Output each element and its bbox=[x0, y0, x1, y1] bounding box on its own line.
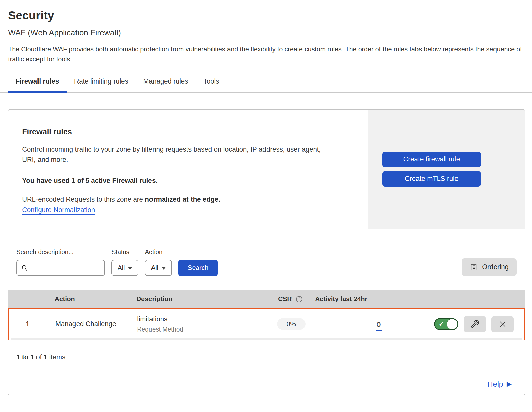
tab-managed-rules[interactable]: Managed rules bbox=[136, 75, 196, 93]
rule-description: limitations bbox=[137, 315, 267, 323]
action-filter-group: Action All bbox=[145, 248, 172, 276]
page-header: Security WAF (Web Application Firewall) … bbox=[0, 0, 532, 64]
rule-action: Managed Challenge bbox=[47, 320, 130, 328]
tab-tools[interactable]: Tools bbox=[196, 75, 227, 93]
close-icon bbox=[498, 320, 507, 328]
search-button[interactable]: Search bbox=[178, 260, 218, 276]
search-description-label: Search description... bbox=[16, 248, 105, 256]
column-header-description: Description bbox=[129, 295, 266, 303]
usage-summary: You have used 1 of 5 active Firewall rul… bbox=[22, 177, 354, 185]
action-select[interactable]: All bbox=[145, 260, 172, 276]
firewall-rules-card: Firewall rules Control incoming traffic … bbox=[8, 109, 525, 395]
info-icon[interactable] bbox=[295, 295, 303, 303]
status-label: Status bbox=[111, 248, 138, 256]
pagination-summary: 1 to 1 of 1 items bbox=[8, 340, 525, 374]
help-row: Help ▶ bbox=[8, 374, 525, 395]
normalization-note-bold: normalized at the edge. bbox=[145, 196, 220, 203]
rule-activity-cell: 0 bbox=[316, 317, 414, 331]
pagination-total: 1 bbox=[44, 353, 47, 361]
normalization-note: URL-encoded Requests to this zone are no… bbox=[22, 196, 354, 203]
tab-firewall-rules[interactable]: Firewall rules bbox=[8, 75, 67, 93]
create-mtls-rule-button[interactable]: Create mTLS rule bbox=[382, 171, 481, 187]
rule-controls: ✓ bbox=[414, 316, 524, 332]
csr-badge: 0% bbox=[277, 318, 306, 330]
toggle-knob bbox=[447, 319, 457, 329]
normalization-note-text: URL-encoded Requests to this zone are bbox=[22, 196, 145, 203]
ordering-list-icon bbox=[470, 263, 478, 271]
chevron-down-icon bbox=[128, 267, 132, 270]
column-header-action: Action bbox=[46, 295, 129, 303]
search-input-box[interactable] bbox=[16, 260, 105, 276]
column-header-activity: Activity last 24hr bbox=[315, 295, 413, 303]
rule-csr-cell: 0% bbox=[267, 318, 316, 330]
page-title: Security bbox=[8, 9, 524, 22]
pagination-items: items bbox=[47, 353, 65, 361]
rule-priority: 1 bbox=[9, 320, 47, 328]
check-icon: ✓ bbox=[439, 320, 444, 328]
column-header-csr: CSR bbox=[266, 295, 315, 303]
create-firewall-rule-button[interactable]: Create firewall rule bbox=[382, 152, 481, 167]
activity-sparkline bbox=[316, 329, 367, 329]
waf-tab-bar: Firewall rules Rate limiting rules Manag… bbox=[0, 75, 532, 93]
delete-rule-button[interactable] bbox=[491, 316, 514, 332]
search-input[interactable] bbox=[32, 264, 113, 271]
configure-normalization-link[interactable]: Configure Normalization bbox=[22, 206, 95, 214]
rules-filter-bar: Search description... Status All Action bbox=[8, 229, 525, 290]
rules-table-header: Action Description CSR Activity last 24h… bbox=[8, 290, 525, 308]
page-subtitle: WAF (Web Application Firewall) bbox=[8, 28, 524, 37]
pagination-of: of bbox=[34, 353, 44, 361]
status-select-value: All bbox=[118, 264, 125, 272]
edit-rule-button[interactable] bbox=[464, 316, 486, 332]
ordering-button[interactable]: Ordering bbox=[462, 258, 517, 276]
status-filter-group: Status All bbox=[111, 248, 138, 276]
create-rule-panel: Create firewall rule Create mTLS rule bbox=[368, 110, 525, 229]
chevron-down-icon bbox=[161, 267, 166, 270]
table-horizontal-scrollbar[interactable] bbox=[11, 338, 522, 340]
pagination-range: 1 to 1 bbox=[16, 353, 34, 361]
intro-body: Control incoming traffic to your zone by… bbox=[22, 144, 332, 166]
arrow-right-icon: ▶ bbox=[507, 380, 512, 388]
table-row[interactable]: 1 Managed Challenge limitations Request … bbox=[8, 308, 525, 340]
help-link-label: Help bbox=[487, 380, 503, 388]
action-select-value: All bbox=[151, 264, 158, 272]
help-link[interactable]: Help ▶ bbox=[487, 380, 512, 388]
search-filter-group: Search description... bbox=[16, 248, 105, 276]
action-label: Action bbox=[145, 248, 172, 256]
intro-text-block: Firewall rules Control incoming traffic … bbox=[8, 110, 368, 229]
ordering-button-label: Ordering bbox=[482, 263, 509, 271]
status-select[interactable]: All bbox=[111, 260, 138, 276]
rule-description-cell: limitations Request Method bbox=[130, 315, 267, 333]
intro-heading: Firewall rules bbox=[22, 127, 354, 136]
column-header-csr-label: CSR bbox=[278, 295, 292, 303]
search-icon bbox=[21, 264, 28, 272]
rule-enabled-toggle[interactable]: ✓ bbox=[434, 318, 458, 330]
firewall-rules-intro-section: Firewall rules Control incoming traffic … bbox=[8, 110, 525, 229]
page-description: The Cloudflare WAF provides both automat… bbox=[8, 44, 524, 64]
wrench-icon bbox=[470, 320, 479, 329]
rule-expression: Request Method bbox=[137, 326, 267, 333]
activity-count-link[interactable]: 0 bbox=[376, 321, 382, 331]
tab-rate-limiting-rules[interactable]: Rate limiting rules bbox=[67, 75, 136, 93]
